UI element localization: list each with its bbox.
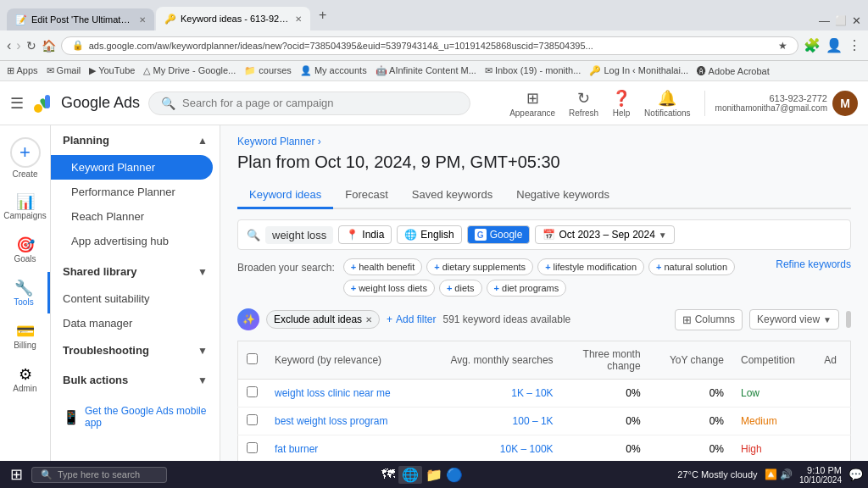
notification-center-button[interactable]: 💬 [849,468,863,481]
keyword-view-button[interactable]: Keyword view ▼ [749,309,839,330]
bookmark-log-in[interactable]: 🔑 Log In ‹ Monithalai... [589,65,688,76]
bookmark-inbox[interactable]: ✉ Inbox (19) - monith... [485,65,581,76]
taskbar-maps-icon[interactable]: 🗺 [381,467,395,482]
breadcrumb[interactable]: Keyword Planner › [237,136,851,147]
start-button[interactable]: ⊞ [5,463,28,485]
add-filter-button[interactable]: + Add filter [387,313,436,325]
left-nav-item-billing[interactable]: 💳 Billing [0,315,50,357]
address-input-container[interactable]: 🔒 ads.google.com/aw/keywordplanner/ideas… [61,36,798,55]
exclude-adults-tag[interactable]: Exclude adult ideas ✕ [266,310,380,329]
home-button[interactable]: 🏠 [42,39,56,53]
refine-keywords-button[interactable]: Refine keywords [776,258,851,270]
maximize-button[interactable]: ⬜ [835,15,847,26]
hamburger-menu[interactable]: ☰ [10,94,24,113]
broaden-chip-diet-programs[interactable]: + diet programs [487,280,567,297]
bookmark-adobe[interactable]: 🅐 Adobe Acrobat [697,66,770,76]
bookmark-apps[interactable]: ⊞ Apps [7,65,38,76]
tab-keyword-ideas[interactable]: Keyword ideas [237,182,333,209]
broaden-chip-health[interactable]: + health benefit [343,258,423,275]
taskbar-search[interactable]: 🔍 Type here to search [31,467,167,483]
keyword-cell[interactable]: fat burner [275,443,318,455]
broaden-chip-diets[interactable]: + diets [439,280,482,297]
plus-filter-icon: + [387,313,392,325]
sidebar-item-performance-planner[interactable]: Performance Planner [51,180,220,204]
browser-tab-inactive[interactable]: 📝 Edit Post 'The Ultimate Guide t... ✕ [7,8,154,30]
troubleshooting-header[interactable]: Troubleshooting ▼ [51,336,220,365]
row-checkbox-2[interactable] [247,414,258,425]
sidebar-item-reach-planner[interactable]: Reach Planner [51,204,220,229]
broaden-chip-natural[interactable]: + natural solution [648,258,735,275]
bookmark-gmail[interactable]: ✉ Gmail [47,65,81,76]
bookmark-youtube[interactable]: ▶ YouTube [89,65,135,76]
chevron-down-icon: ▼ [659,230,667,240]
help-action[interactable]: ❓ Help [612,89,631,118]
date-range-filter[interactable]: 📅 Oct 2023 – Sep 2024 ▼ [535,225,674,244]
left-nav-item-admin[interactable]: ⚙ Admin [0,358,50,400]
tab-saved-keywords[interactable]: Saved keywords [400,182,504,209]
keyword-cell[interactable]: weight loss clinic near me [275,387,391,399]
user-info[interactable]: 613-923-2772 monithamonitha7@gmail.com M [704,91,858,116]
bookmark-ainfinite[interactable]: 🤖 AInfinite Content M... [376,65,476,76]
forward-button[interactable]: › [16,38,20,53]
network-filter[interactable]: G Google [467,225,531,244]
appearance-action[interactable]: ⊞ Appearance [509,89,555,118]
planning-section-header[interactable]: Planning ▲ [51,125,220,155]
keyword-filter-input[interactable]: weight loss [265,226,333,244]
shared-library-header[interactable]: Shared library ▼ [51,257,220,286]
extensions-button[interactable]: 🧩 [804,37,821,53]
sidebar-item-keyword-planner[interactable]: Keyword Planner [51,155,213,180]
mobile-app-link[interactable]: 📱 Get the Google Ads mobile app [51,398,220,435]
refresh-action[interactable]: ↻ Refresh [569,89,598,118]
tab-close-active-icon[interactable]: ✕ [295,14,302,24]
broaden-chip-dietary[interactable]: + dietary supplements [426,258,533,275]
search-input[interactable] [182,97,458,109]
close-button[interactable]: ✕ [852,14,861,27]
select-all-checkbox[interactable] [247,353,258,364]
broaden-search-row: Broaden your search: + health benefit + … [237,258,851,297]
tab-close-icon[interactable]: ✕ [139,15,146,25]
minimize-button[interactable]: — [819,14,830,27]
broaden-chip-lifestyle[interactable]: + lifestyle modification [537,258,644,275]
three-month-header: Three monthchange [583,348,641,372]
taskbar-time: 9:10 PM 10/10/2024 [799,465,842,485]
taskbar-search-icon: 🔍 [41,469,53,480]
profile-button[interactable]: 👤 [826,37,843,53]
bookmark-drive[interactable]: △ My Drive - Google... [143,65,236,76]
content-suitability-item[interactable]: Content suitability [51,286,220,311]
back-button[interactable]: ‹ [7,38,11,53]
bulk-actions-label: Bulk actions [63,374,128,386]
left-nav-item-campaigns[interactable]: 📊 Campaigns [0,186,50,227]
taskbar-chrome-icon[interactable]: 🔵 [446,467,463,483]
create-section[interactable]: + Create [10,132,41,184]
columns-button[interactable]: ⊞ Columns [675,309,743,330]
tab-forecast[interactable]: Forecast [333,182,400,209]
keyword-column-header: Keyword (by relevance) [275,354,381,366]
row-checkbox-1[interactable] [247,386,258,397]
sidebar-item-app-hub[interactable]: App advertising hub [51,229,220,253]
left-nav-item-tools[interactable]: 🔧 Tools [0,272,50,313]
address-text: ads.google.com/aw/keywordplanner/ideas/n… [89,41,593,51]
bookmark-courses[interactable]: 📁 courses [244,65,292,76]
planning-collapse-icon: ▲ [198,135,208,147]
browser-tab-active[interactable]: 🔑 Keyword ideas - 613-923-2772... ✕ [156,7,310,30]
keyword-cell[interactable]: best weight loss program [275,415,387,427]
bulk-actions-header[interactable]: Bulk actions ▼ [51,365,220,395]
broaden-chip-wl-diets[interactable]: + weight loss diets [343,280,435,297]
tab-negative-keywords[interactable]: Negative keywords [504,182,621,209]
language-filter[interactable]: 🌐 English [397,225,461,244]
new-tab-button[interactable]: + [315,8,330,23]
row-checkbox-3[interactable] [247,442,258,453]
menu-button[interactable]: ⋮ [848,37,861,53]
billing-icon: 💳 [16,322,35,341]
planning-label: Planning [63,134,109,147]
search-bar[interactable]: 🔍 [148,92,470,115]
taskbar-browser-icon[interactable]: 🌐 [398,466,422,484]
location-filter[interactable]: 📍 India [338,225,392,244]
bookmark-accounts[interactable]: 👤 My accounts [300,65,367,76]
reload-button[interactable]: ↻ [26,39,36,53]
scroll-handle[interactable] [846,311,851,328]
left-nav-item-goals[interactable]: 🎯 Goals [0,229,50,270]
taskbar-folder-icon[interactable]: 📁 [426,467,442,483]
notifications-action[interactable]: 🔔 Notifications [644,89,690,118]
data-manager-item[interactable]: Data manager [51,311,220,336]
